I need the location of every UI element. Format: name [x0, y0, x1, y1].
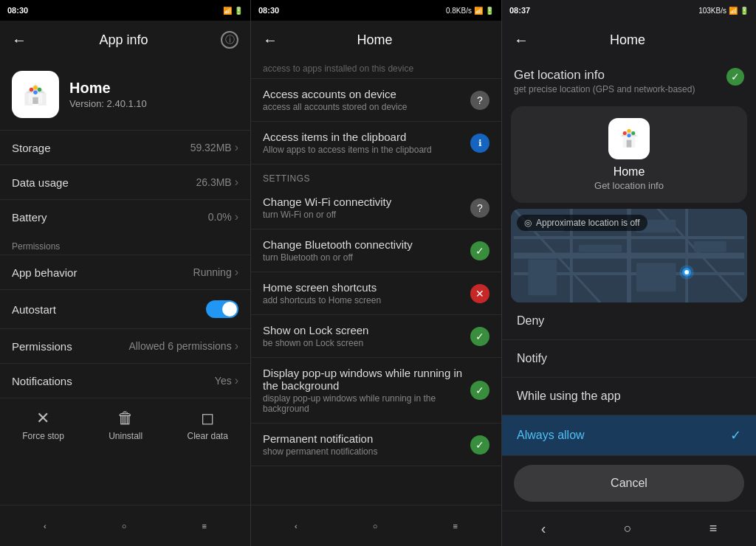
permission-title-notification: Permanent notification	[263, 432, 470, 445]
status-time-1: 08:30	[7, 6, 28, 15]
svg-point-6	[33, 91, 38, 95]
svg-point-12	[628, 129, 631, 133]
back-button-3[interactable]: ←	[514, 32, 529, 49]
permission-sub-popup: display pop-up windows while running in …	[263, 393, 470, 414]
info-icon-1[interactable]: ⓘ	[221, 31, 238, 49]
settings-section-header: SETTINGS	[251, 165, 501, 187]
battery-row[interactable]: Battery 0.0% ›	[0, 199, 250, 234]
permission-item-notification[interactable]: Permanent notification show permanent no…	[251, 424, 501, 466]
notifications-value: Yes ›	[215, 374, 238, 387]
top-nav-3: ← Home	[502, 21, 756, 59]
battery-label: Battery	[12, 211, 47, 224]
location-text-block: Get location info get precise location (…	[514, 68, 695, 94]
network-icon: 📶	[223, 7, 232, 15]
status-icons-3: 103KB/s 📶 🔋	[698, 7, 749, 15]
status-icons-1: 📶 🔋	[223, 7, 243, 15]
map-notice: ◎ Approximate location is off	[517, 215, 647, 231]
permission-badge-clipboard: ℹ	[470, 134, 489, 153]
svg-rect-29	[636, 263, 676, 291]
always-allow-option[interactable]: Always allow ✓	[502, 415, 756, 456]
clear-data-button[interactable]: ◻ Clear data	[187, 409, 227, 441]
top-nav-1: ← App info ⓘ	[0, 21, 250, 59]
autostart-toggle[interactable]	[206, 300, 238, 318]
while-using-option[interactable]: While using the app	[502, 378, 756, 415]
force-stop-button[interactable]: ✕ Force stop	[22, 409, 64, 441]
permissions-row[interactable]: Permissions Allowed 6 permissions ›	[0, 328, 250, 363]
permission-item-popup[interactable]: Display pop-up windows while running in …	[251, 358, 501, 424]
permission-title-wifi: Change Wi-Fi connectivity	[263, 196, 470, 208]
notify-option[interactable]: Notify	[502, 340, 756, 378]
battery-icon: 🔋	[234, 7, 243, 15]
permission-sub-bluetooth: turn Bluetooth on or off	[263, 252, 470, 263]
permission-text-notification: Permanent notification show permanent no…	[263, 432, 470, 457]
menu-nav-3[interactable]: ≡	[709, 521, 718, 536]
permission-badge-shortcuts: ✕	[470, 284, 489, 303]
status-time-3: 08:37	[509, 6, 530, 15]
permission-sub-shortcuts: add shortcuts to Home screen	[263, 295, 470, 305]
chevron-icon: ›	[235, 141, 238, 154]
storage-row[interactable]: Storage 59.32MB ›	[0, 130, 250, 165]
location-header: Get location info get precise location (…	[502, 59, 756, 100]
cancel-button[interactable]: Cancel	[514, 465, 744, 502]
deny-option[interactable]: Deny	[502, 303, 756, 340]
app-version: Version: 2.40.1.10	[69, 98, 147, 109]
permission-text-accounts: Access accounts on device access all acc…	[263, 88, 470, 112]
while-using-label: While using the app	[517, 390, 621, 402]
home-nav-1[interactable]: ○	[122, 522, 127, 531]
status-bar-1: 08:30 📶 🔋	[0, 0, 250, 21]
svg-rect-28	[528, 259, 557, 295]
permissions-value: Allowed 6 permissions ›	[128, 339, 238, 353]
permission-text-lockscreen: Show on Lock screen be shown on Lock scr…	[263, 324, 470, 348]
battery-icon-3: 🔋	[740, 7, 749, 15]
page-title-1: App info	[99, 32, 148, 48]
page-title-3: Home	[610, 32, 645, 48]
bottom-nav-1: ‹ ○ ≡	[0, 505, 250, 546]
location-header-row: Get location info get precise location (…	[514, 68, 744, 94]
back-nav-1[interactable]: ‹	[44, 522, 47, 531]
svg-point-32	[684, 270, 689, 274]
permission-sub-clipboard: Allow apps to access items in the clipbo…	[263, 145, 470, 155]
notifications-row[interactable]: Notifications Yes ›	[0, 363, 250, 398]
permission-text-wifi: Change Wi-Fi connectivity turn Wi-Fi on …	[263, 196, 470, 220]
uninstall-label: Uninstall	[109, 431, 142, 441]
chevron-icon: ›	[235, 210, 238, 224]
permission-text-shortcuts: Home screen shortcuts add shortcuts to H…	[263, 281, 470, 305]
notify-label: Notify	[517, 352, 547, 364]
force-stop-icon: ✕	[36, 409, 49, 428]
uninstall-button[interactable]: 🗑 Uninstall	[109, 409, 142, 441]
status-time-2: 08:30	[258, 6, 279, 15]
app-behavior-row[interactable]: App behavior Running ›	[0, 255, 250, 289]
actions-bar: ✕ Force stop 🗑 Uninstall ◻ Clear data	[0, 398, 250, 451]
battery-value: 0.0% ›	[208, 210, 238, 224]
storage-value: 59.32MB ›	[190, 141, 238, 154]
permission-item-clipboard[interactable]: Access items in the clipboard Allow apps…	[251, 122, 501, 165]
home-nav-2[interactable]: ○	[373, 522, 378, 531]
app-info-header: Home Version: 2.40.1.10	[0, 59, 250, 130]
permission-item-shortcuts[interactable]: Home screen shortcuts add shortcuts to H…	[251, 272, 501, 315]
net-speed-2: 0.8KB/s	[446, 7, 472, 15]
checkmark-icon: ✓	[730, 427, 741, 443]
permission-item-lockscreen[interactable]: Show on Lock screen be shown on Lock scr…	[251, 315, 501, 358]
app-behavior-value: Running ›	[193, 266, 238, 279]
permission-item-bluetooth[interactable]: Change Bluetooth connectivity turn Bluet…	[251, 229, 501, 272]
home-nav-3[interactable]: ○	[624, 521, 632, 536]
svg-point-3	[30, 88, 34, 92]
svg-point-13	[631, 131, 635, 135]
back-nav-3[interactable]: ‹	[541, 520, 546, 537]
above-fold-text: access to apps installed on this device	[251, 59, 501, 79]
back-button-1[interactable]: ←	[12, 32, 27, 49]
menu-nav-1[interactable]: ≡	[202, 522, 207, 531]
permission-title-lockscreen: Show on Lock screen	[263, 324, 470, 336]
permission-item-wifi[interactable]: Change Wi-Fi connectivity turn Wi-Fi on …	[251, 187, 501, 229]
status-bar-2: 08:30 0.8KB/s 📶 🔋	[251, 0, 501, 21]
data-usage-row[interactable]: Data usage 26.3MB ›	[0, 165, 250, 199]
force-stop-label: Force stop	[22, 431, 64, 441]
battery-icon-2: 🔋	[485, 7, 494, 15]
map-area: ◎ Approximate location is off	[511, 209, 747, 303]
menu-nav-2[interactable]: ≡	[453, 522, 458, 531]
location-sub: get precise location (GPS and network-ba…	[514, 84, 695, 94]
chevron-icon: ›	[235, 176, 238, 189]
back-nav-2[interactable]: ‹	[295, 522, 298, 531]
back-button-2[interactable]: ←	[263, 32, 278, 49]
permission-item-accounts[interactable]: Access accounts on device access all acc…	[251, 79, 501, 122]
